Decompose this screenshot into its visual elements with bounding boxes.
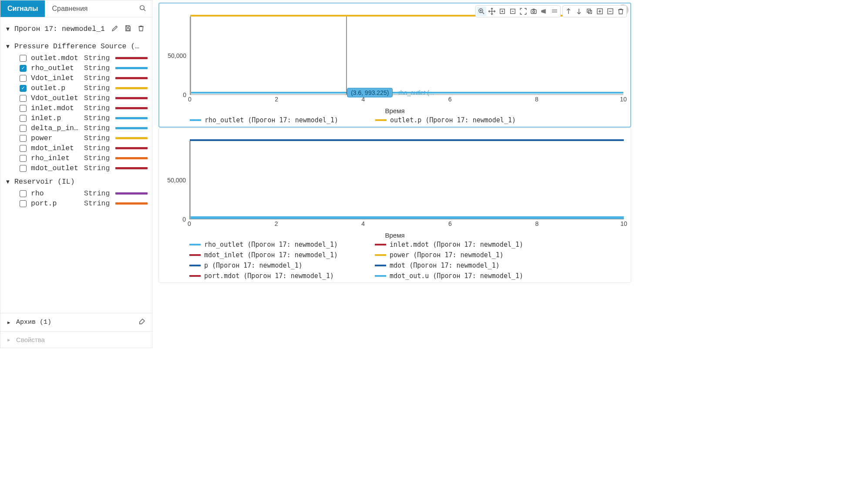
signal-checkbox[interactable]: [20, 190, 27, 197]
legend-item[interactable]: outlet.p (Прогон 17: newmodel_1): [375, 116, 549, 124]
zoom-in-button-icon: [498, 7, 506, 15]
signal-color-swatch: [115, 77, 148, 79]
y-tick: 0: [183, 91, 186, 98]
x-tick: 0: [188, 220, 191, 227]
signal-row[interactable]: rho_inlet String: [20, 153, 148, 163]
x-tick: 8: [535, 220, 538, 227]
signal-checkbox[interactable]: ✓: [20, 65, 27, 72]
signal-type: String: [84, 114, 111, 122]
legend-item[interactable]: rho_outlet (Прогон 17: newmodel_1): [189, 241, 363, 249]
group-header[interactable]: ▼ Pressure Difference Source (…: [5, 38, 148, 53]
signal-row[interactable]: delta_p_in… String: [20, 123, 148, 133]
lines-button-icon: [551, 7, 558, 15]
signal-row[interactable]: inlet.mdot String: [20, 103, 148, 113]
plot-area[interactable]: 050,000 (3.6, 993.225) rho_outlet (... 0…: [162, 17, 628, 108]
save-button[interactable]: [123, 24, 133, 34]
signal-row[interactable]: mdot_inlet String: [20, 143, 148, 153]
plot-area[interactable]: 050,000 0246810: [161, 141, 628, 232]
zoom-out-button[interactable]: [508, 7, 518, 16]
signal-checkbox[interactable]: [20, 75, 27, 82]
signal-checkbox[interactable]: [20, 55, 27, 62]
signal-row[interactable]: inlet.p String: [20, 113, 148, 123]
legend-item[interactable]: inlet.mdot (Прогон 17: newmodel_1): [375, 241, 549, 249]
signal-type: String: [84, 84, 111, 92]
group-header[interactable]: ▼ Reservoir (IL): [5, 173, 148, 188]
zoom-in-button[interactable]: [498, 7, 507, 16]
signal-checkbox[interactable]: ✓: [20, 85, 27, 92]
signal-color-swatch: [115, 167, 148, 169]
x-tick: 6: [448, 96, 452, 103]
signal-type: String: [84, 189, 111, 198]
signal-type: String: [84, 144, 111, 152]
y-tick: 0: [182, 216, 186, 223]
tab-signals[interactable]: Сигналы: [0, 0, 45, 17]
signal-row[interactable]: ✓ outlet.p String: [20, 83, 148, 93]
pan-button-icon: [488, 7, 496, 15]
signal-checkbox[interactable]: [20, 155, 27, 162]
signal-row[interactable]: ✓ rho_outlet String: [20, 63, 148, 73]
move-down-button[interactable]: [574, 7, 584, 16]
chart-legend: rho_outlet (Прогон 17: newmodel_1) inlet…: [161, 239, 628, 280]
signal-checkbox[interactable]: [20, 115, 27, 122]
svg-rect-2: [127, 29, 129, 31]
svg-point-0: [140, 5, 145, 10]
signal-checkbox[interactable]: [20, 145, 27, 152]
legend-item[interactable]: mdot (Прогон 17: newmodel_1): [375, 262, 549, 269]
chart-pane[interactable]: 050,000 (3.6, 993.225) rho_outlet (... 0…: [158, 3, 631, 128]
legend-item[interactable]: power (Прогон 17: newmodel_1): [375, 251, 549, 259]
chart-tooltip-series: rho_outlet (...: [398, 90, 434, 97]
y-axis: 050,000: [161, 141, 188, 219]
signal-type: String: [84, 154, 111, 162]
signal-row[interactable]: Vdot_inlet String: [20, 73, 148, 83]
properties-section[interactable]: ▸ Свойства: [0, 331, 152, 348]
signal-row[interactable]: outlet.mdot String: [20, 53, 148, 63]
signal-checkbox[interactable]: [20, 125, 27, 132]
copy-button[interactable]: [585, 7, 594, 16]
tab-compare[interactable]: Сравнения: [45, 0, 94, 17]
delete-pane-button[interactable]: [616, 7, 626, 16]
x-tick: 0: [188, 96, 192, 103]
legend-item[interactable]: port.mdot (Прогон 17: newmodel_1): [189, 272, 363, 280]
signal-row[interactable]: port.p String: [20, 198, 148, 208]
remove-pane-button[interactable]: [606, 7, 615, 16]
search-button[interactable]: [134, 1, 152, 17]
move-up-button[interactable]: [564, 7, 573, 16]
signal-checkbox[interactable]: [20, 105, 27, 112]
pan-button[interactable]: [487, 7, 497, 16]
save-icon: [124, 24, 132, 32]
legend-item[interactable]: p (Прогон 17: newmodel_1): [189, 262, 363, 269]
legend-item[interactable]: rho_outlet (Прогон 17: newmodel_1): [190, 116, 364, 124]
move-down-button-icon: [575, 7, 583, 15]
run-caret-icon[interactable]: ▼: [5, 26, 11, 32]
signal-type: String: [84, 124, 111, 132]
add-pane-button[interactable]: [595, 7, 605, 16]
snapshot-button[interactable]: [529, 7, 538, 16]
x-tick: 8: [535, 96, 538, 103]
legend-item[interactable]: mdot_inlet (Прогон 17: newmodel_1): [189, 251, 363, 259]
signal-row[interactable]: rho String: [20, 188, 148, 198]
delete-button[interactable]: [136, 24, 146, 34]
snapshot-button-icon: [530, 7, 538, 15]
tag-button[interactable]: [539, 7, 549, 16]
signal-checkbox[interactable]: [20, 200, 27, 207]
signal-row[interactable]: mdot_outlet String: [20, 163, 148, 173]
signal-name: mdot_inlet: [31, 144, 80, 152]
axis-zero-line: [190, 17, 191, 94]
fit-button[interactable]: [518, 7, 528, 16]
archive-section[interactable]: ▸ Архив (1): [0, 313, 152, 331]
lines-button[interactable]: [550, 7, 559, 16]
signal-checkbox[interactable]: [20, 95, 27, 102]
legend-item[interactable]: mdot_out.u (Прогон 17: newmodel_1): [375, 272, 549, 280]
y-axis: 050,000: [162, 17, 188, 95]
edit-button[interactable]: [110, 24, 120, 34]
brush-button[interactable]: [137, 318, 147, 327]
chart-pane[interactable]: 050,000 0246810 Время rho_outlet (Прогон…: [158, 128, 631, 283]
zoom-button[interactable]: [477, 7, 486, 16]
tag-button-icon: [540, 7, 548, 15]
signal-checkbox[interactable]: [20, 135, 27, 142]
signal-row[interactable]: power String: [20, 133, 148, 143]
zoom-out-button-icon: [509, 7, 517, 15]
signal-checkbox[interactable]: [20, 165, 27, 172]
x-tick: 10: [620, 220, 627, 227]
signal-row[interactable]: Vdot_outlet String: [20, 93, 148, 103]
